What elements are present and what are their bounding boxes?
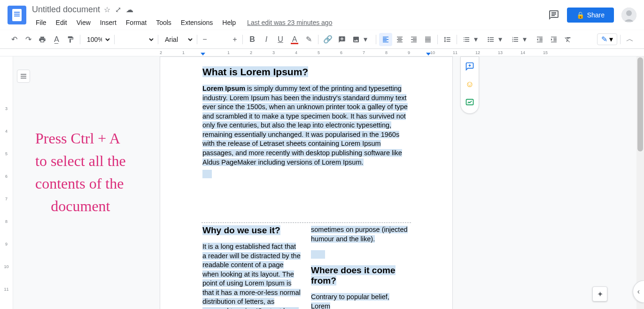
paragraph-1[interactable]: Lorem Ipsum is simply dummy text of the … [202, 84, 410, 167]
empty-selection [202, 170, 212, 178]
document-area: 3 4 5 6 7 8 9 10 11 12 What is Lorem Ips… [0, 56, 644, 309]
font-size-decrease[interactable]: − [200, 35, 209, 44]
zoom-select[interactable]: 100% [83, 34, 111, 45]
undo-button[interactable]: ↶ [8, 33, 21, 46]
align-left-button[interactable] [379, 33, 392, 46]
underline-button[interactable]: U [274, 33, 287, 46]
svg-rect-7 [466, 99, 473, 105]
svg-point-4 [488, 40, 489, 42]
align-right-button[interactable] [407, 33, 420, 46]
align-center-button[interactable] [393, 33, 406, 46]
explore-button[interactable]: ✦ [592, 286, 607, 301]
floating-toolbar: ☺ [460, 56, 479, 114]
star-icon[interactable]: ☆ [104, 5, 110, 14]
image-dropdown[interactable]: ▾ [364, 35, 373, 44]
heading-2[interactable]: Why do we use it? [202, 225, 280, 235]
heading-1[interactable]: What is Lorem Ipsum? [202, 66, 308, 77]
show-outline-button[interactable] [17, 70, 30, 83]
side-panel-toggle[interactable]: ‹ [633, 280, 644, 303]
menu-edit[interactable]: Edit [52, 17, 71, 28]
spellcheck-button[interactable]: A̲ [50, 33, 63, 46]
move-icon[interactable]: ⤢ [115, 5, 121, 14]
print-button[interactable] [36, 33, 49, 46]
app-header: Untitled document ☆ ⤢ ☁ File Edit View I… [0, 0, 644, 30]
heading-3[interactable]: Where does it come from? [311, 265, 396, 285]
chevron-down-icon: ▾ [609, 35, 613, 44]
scrollbar-thumb[interactable] [637, 57, 643, 151]
insert-link-button[interactable]: 🔗 [321, 33, 334, 46]
bullet-dropdown[interactable]: ▾ [498, 35, 508, 44]
bold-button[interactable]: B [246, 33, 259, 46]
clear-formatting-button[interactable] [561, 33, 574, 46]
cloud-icon[interactable]: ☁ [126, 5, 133, 14]
insert-image-button[interactable] [349, 33, 363, 46]
empty-selection-2 [311, 250, 325, 259]
font-size-input[interactable] [210, 36, 229, 43]
menu-tools[interactable]: Tools [152, 17, 175, 28]
text-color-button[interactable]: A [288, 33, 301, 46]
horizontal-ruler[interactable]: 2 1 1 2 3 4 5 6 7 8 9 10 11 12 13 14 15 [0, 49, 644, 56]
last-edit-link[interactable]: Last edit was 23 minutes ago [247, 19, 332, 26]
pen-icon: ✎ [601, 35, 607, 44]
font-select[interactable]: Arial [161, 34, 194, 45]
svg-point-1 [626, 10, 632, 16]
paragraph-3[interactable]: Contrary to popular belief, Lorem [311, 293, 389, 309]
toolbar: ↶ ↷ A̲ 100% Arial − + B I U A ✎ 🔗 ▾ ▾ ▾ … [0, 30, 644, 49]
paint-format-button[interactable] [64, 33, 77, 46]
comments-icon[interactable] [548, 9, 559, 21]
menu-view[interactable]: View [73, 17, 94, 28]
collapse-toolbar-button[interactable]: ︿ [623, 33, 636, 46]
numbered-list-button[interactable] [509, 33, 522, 46]
font-size-increase[interactable]: + [230, 35, 240, 44]
document-title[interactable]: Untitled document [32, 5, 100, 15]
redo-button[interactable]: ↷ [22, 33, 35, 46]
editing-mode-button[interactable]: ✎ ▾ [597, 33, 617, 45]
account-avatar[interactable] [621, 8, 636, 23]
indent-marker-left[interactable] [201, 53, 205, 55]
style-select[interactable] [117, 34, 155, 45]
svg-point-3 [488, 39, 489, 40]
annotation-overlay: Press Ctrl + A to select all the content… [35, 127, 126, 217]
bullet-list-button[interactable] [484, 33, 497, 46]
numbered-dropdown[interactable]: ▾ [523, 35, 532, 44]
checklist-dropdown[interactable]: ▾ [474, 35, 483, 44]
col2-text[interactable]: sometimes on purpose (injected humour an… [311, 226, 408, 243]
float-suggest-icon[interactable] [464, 96, 475, 108]
float-emoji-icon[interactable]: ☺ [464, 79, 475, 90]
indent-increase-button[interactable] [547, 33, 560, 46]
float-add-comment-icon[interactable] [464, 61, 475, 72]
lock-icon: 🔒 [576, 11, 584, 19]
paragraph-2[interactable]: It is a long established fact that a rea… [202, 243, 301, 309]
indent-marker-right[interactable] [426, 53, 431, 55]
menu-format[interactable]: Format [122, 17, 150, 28]
checklist-button[interactable] [460, 33, 473, 46]
align-justify-button[interactable] [421, 33, 435, 46]
add-comment-button[interactable] [335, 33, 349, 46]
vertical-scrollbar[interactable] [636, 56, 644, 309]
docs-logo[interactable] [8, 6, 26, 24]
document-page[interactable]: What is Lorem Ipsum? Lorem Ipsum is simp… [160, 56, 453, 309]
share-label: Share [587, 11, 605, 19]
indent-decrease-button[interactable] [533, 33, 546, 46]
menu-insert[interactable]: Insert [96, 17, 120, 28]
menu-extensions[interactable]: Extensions [177, 17, 217, 28]
menu-file[interactable]: File [32, 17, 50, 28]
italic-button[interactable]: I [260, 33, 273, 46]
highlight-button[interactable]: ✎ [302, 33, 315, 46]
menu-bar: File Edit View Insert Format Tools Exten… [32, 17, 548, 28]
line-spacing-button[interactable] [441, 33, 454, 46]
share-button[interactable]: 🔒 Share [567, 8, 614, 23]
svg-point-2 [488, 37, 489, 38]
vertical-ruler[interactable]: 3 4 5 6 7 8 9 10 11 12 [0, 56, 13, 309]
menu-help[interactable]: Help [218, 17, 240, 28]
